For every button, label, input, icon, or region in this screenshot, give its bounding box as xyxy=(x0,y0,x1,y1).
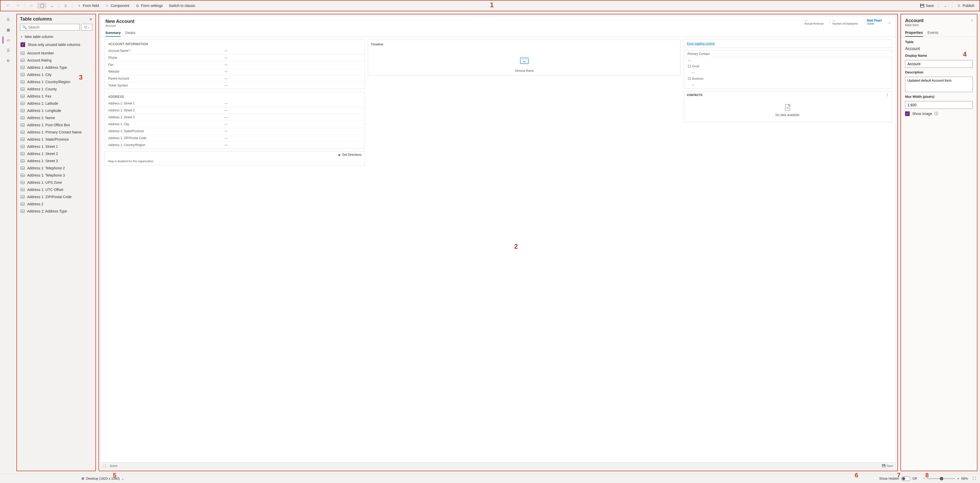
header-chevron[interactable]: ⌄ xyxy=(888,20,891,24)
directions-icon: ◈ xyxy=(338,153,340,156)
description-input[interactable] xyxy=(905,77,973,92)
primary-contact-card[interactable]: Primary Contact --- Email --- Business -… xyxy=(684,50,892,89)
form-header: New Account Account ---Annual Revenue---… xyxy=(101,16,896,28)
component-button[interactable]: +Component xyxy=(102,3,132,9)
form-field[interactable]: Ticker Symbol--- xyxy=(105,82,364,89)
column-item[interactable]: AbcAddress 1: UTC Offset xyxy=(17,186,95,193)
error-loading-link[interactable]: Error loading control xyxy=(684,40,891,47)
fit-to-screen-button[interactable]: ⛶ xyxy=(972,477,976,480)
cut-button[interactable]: ✂ xyxy=(27,3,36,9)
form-field[interactable]: Account Name*--- xyxy=(105,48,364,54)
panel-close-button[interactable]: ✕ xyxy=(89,17,92,21)
prop-tab-properties[interactable]: Properties xyxy=(905,29,923,37)
column-item[interactable]: AbcAddress 1: Primary Contact Name xyxy=(17,129,95,136)
max-width-input[interactable] xyxy=(905,101,973,109)
column-item[interactable]: AbcAddress 1: ZIP/Postal Code xyxy=(17,193,95,201)
collapse-button[interactable]: › xyxy=(972,18,973,22)
columns-list[interactable]: AbcAccount NumberAbcAccount RatingAbcAdd… xyxy=(17,49,95,471)
form-field[interactable]: Address 1: State/Province--- xyxy=(105,128,364,135)
form-save-button[interactable]: Save xyxy=(887,464,893,467)
save-button[interactable]: 💾Save xyxy=(917,3,936,9)
column-item[interactable]: AbcAddress 1: Telephone 2 xyxy=(17,164,95,172)
more-icon[interactable]: ⋮ xyxy=(886,93,889,97)
toggle-state: Off xyxy=(913,477,917,480)
form-field[interactable]: Parent Account--- xyxy=(105,75,364,82)
column-item[interactable]: AbcAddress 1: Telephone 3 xyxy=(17,172,95,179)
switch-classic-button[interactable]: Switch to classic xyxy=(166,3,198,9)
form-field-button[interactable]: +Form field xyxy=(75,3,101,9)
search-input[interactable] xyxy=(28,25,77,29)
column-item[interactable]: AbcAccount Number xyxy=(17,49,95,57)
column-item[interactable]: AbcAddress 1: Latitude xyxy=(17,100,95,107)
publish-button[interactable]: ⎘Publish xyxy=(955,3,977,9)
column-item[interactable]: AbcAddress 2 xyxy=(17,201,95,207)
filter-button[interactable]: ▽⌄ xyxy=(81,24,92,30)
form-field[interactable]: Address 1: City--- xyxy=(105,121,364,128)
timeline-card[interactable]: Timeline ••• Almost there xyxy=(368,40,680,75)
status-bar: 5 6 7 8 🖥 Desktop (1920 x 1080) ⌄ Show H… xyxy=(0,474,980,483)
column-item[interactable]: AbcAddress 1: Name xyxy=(17,114,95,121)
paste-dropdown[interactable]: ⌄ xyxy=(48,3,57,9)
expand-icon[interactable]: ⛶ xyxy=(103,464,106,467)
form-canvas-wrapper: 2 New Account Account ---Annual Revenue-… xyxy=(99,14,898,471)
column-item[interactable]: AbcAddress 1: UPS Zone xyxy=(17,179,95,186)
form-field[interactable]: Address 1: Country/Region--- xyxy=(105,142,364,148)
column-item[interactable]: AbcAddress 1: State/Province xyxy=(17,136,95,143)
zoom-in-button[interactable]: + xyxy=(957,477,959,480)
form-field[interactable]: Fax--- xyxy=(105,61,364,68)
owner-field[interactable]: Matt PeartOwner xyxy=(864,19,884,25)
zoom-out-button[interactable]: − xyxy=(923,477,925,480)
search-icon: 🔍 xyxy=(22,25,27,29)
show-image-checkbox[interactable]: ✓ Show image i xyxy=(905,112,973,116)
redo-button[interactable]: ↷ xyxy=(13,3,22,9)
get-directions-link[interactable]: ◈ Get Directions xyxy=(105,151,364,158)
error-card[interactable]: Error loading control xyxy=(684,40,892,48)
new-table-column-button[interactable]: + New table column xyxy=(17,33,95,41)
header-field[interactable]: ---Annual Revenue xyxy=(802,19,826,25)
column-item[interactable]: AbcAddress 1: Country/Region xyxy=(17,78,95,86)
undo-button[interactable]: ↶ xyxy=(3,3,12,9)
column-item[interactable]: AbcAddress 1: County xyxy=(17,86,95,92)
paste-button[interactable]: 📋 xyxy=(37,3,46,9)
column-item[interactable]: AbcAddress 2: Address Type xyxy=(17,207,95,215)
column-item[interactable]: AbcAddress 1: Street 1 xyxy=(17,143,95,150)
column-item[interactable]: AbcAddress 1: Post Office Box xyxy=(17,121,95,129)
column-item[interactable]: AbcAddress 1: Longitude xyxy=(17,107,95,114)
form-field[interactable]: Phone--- xyxy=(105,54,364,61)
form-field[interactable]: Website--- xyxy=(105,68,364,75)
column-item[interactable]: AbcAddress 1: Fax xyxy=(17,92,95,100)
rail-library[interactable]: ⧉ xyxy=(4,56,12,65)
device-selector[interactable]: 🖥 Desktop (1920 x 1080) ⌄ xyxy=(81,477,124,480)
columns-icon: ▭ xyxy=(7,38,10,42)
rail-components[interactable]: ▦ xyxy=(4,26,12,34)
form-field[interactable]: Address 1: ZIP/Postal Code--- xyxy=(105,135,364,142)
column-item[interactable]: AbcAddress 1: City xyxy=(17,71,95,78)
section-address[interactable]: ADDRESS Address 1: Street 1---Address 1:… xyxy=(104,92,365,148)
contacts-card[interactable]: CONTACTS ⋮ No data available. xyxy=(684,91,892,122)
column-item[interactable]: AbcAddress 1: Address Type xyxy=(17,64,95,71)
show-unused-checkbox-row[interactable]: ✓ Show only unused table columns xyxy=(17,41,95,49)
form-tab-details[interactable]: Details xyxy=(125,29,135,37)
form-canvas[interactable]: New Account Account ---Annual Revenue---… xyxy=(100,16,896,469)
zoom-slider[interactable] xyxy=(927,478,955,479)
map-card[interactable]: ◈ Get Directions Map is disabled for thi… xyxy=(104,151,365,166)
column-item[interactable]: AbcAccount Rating xyxy=(17,57,95,64)
prop-tab-events[interactable]: Events xyxy=(928,29,939,37)
delete-button[interactable]: 🗑 xyxy=(61,3,70,9)
form-tab-summary[interactable]: Summary xyxy=(105,29,121,37)
header-field[interactable]: ---Number of Employees xyxy=(830,19,861,25)
section-account-info[interactable]: ACCOUNT INFORMATION Account Name*---Phon… xyxy=(104,40,365,89)
column-item[interactable]: AbcAddress 1: Street 2 xyxy=(17,150,95,157)
rail-hamburger[interactable]: ☰ xyxy=(4,15,12,24)
display-name-input[interactable] xyxy=(905,60,973,68)
show-hidden-toggle[interactable] xyxy=(901,476,910,481)
form-field[interactable]: Address 1: Street 3--- xyxy=(105,114,364,121)
rail-columns[interactable]: ▭ xyxy=(4,36,12,44)
form-field[interactable]: Address 1: Street 1--- xyxy=(105,100,364,107)
rail-tree[interactable]: ☰ xyxy=(4,46,12,54)
save-dropdown[interactable]: ⌄ xyxy=(941,3,950,9)
form-settings-button[interactable]: ⧉Form settings xyxy=(133,3,165,9)
form-field[interactable]: Address 1: Street 2--- xyxy=(105,107,364,114)
field-type-icon: Abc xyxy=(21,109,25,112)
column-item[interactable]: AbcAddress 1: Street 3 xyxy=(17,157,95,164)
